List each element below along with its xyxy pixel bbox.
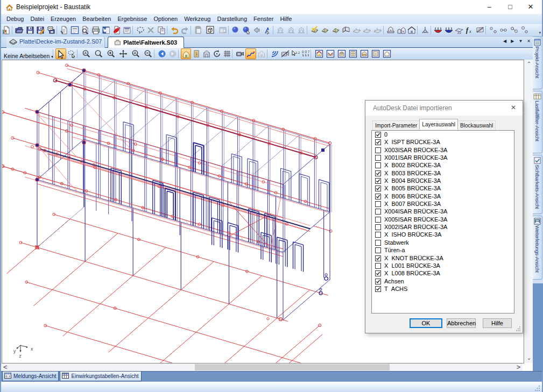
- svg-text:A: A: [133, 51, 136, 55]
- svg-text:0 0 7: 0 0 7: [302, 50, 310, 54]
- svg-text:x: x: [469, 29, 471, 34]
- svg-text:f: f: [466, 26, 469, 34]
- svg-text:y: y: [13, 348, 16, 354]
- svg-text:Z2: Z2: [457, 31, 462, 34]
- svg-text:A: A: [84, 51, 87, 55]
- svg-text:1:2: 1:2: [295, 51, 300, 54]
- svg-text:z: z: [19, 353, 22, 359]
- svg-text:x: x: [31, 346, 33, 352]
